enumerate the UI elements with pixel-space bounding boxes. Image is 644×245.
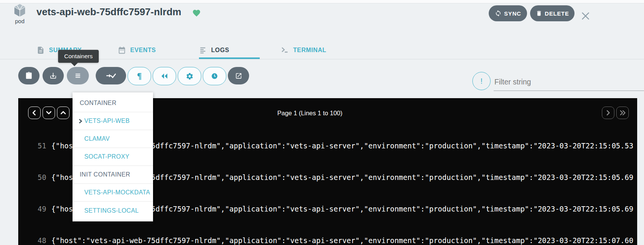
download-icon: [49, 72, 57, 80]
tab-logs[interactable]: LOGS: [199, 41, 264, 59]
pilcrow-icon: ¶: [137, 71, 142, 81]
containers-tooltip: Containers: [58, 50, 99, 63]
resource-kind-label: pod: [13, 18, 27, 24]
next-page-button[interactable]: [602, 107, 614, 119]
gear-icon: [186, 72, 194, 80]
menu-item-vets-api-web[interactable]: VETS-API-WEB: [73, 112, 153, 130]
containers-button[interactable]: [67, 67, 89, 84]
tab-terminal-label: TERMINAL: [293, 47, 326, 54]
rewind-icon: [160, 73, 169, 80]
log-line-number: 48: [18, 237, 51, 245]
heart-health-icon: [192, 9, 201, 17]
chevron-right-icon: [604, 109, 612, 117]
menu-item-clamav[interactable]: CLAMAV: [73, 130, 153, 148]
page-title: vets-api-web-75dffc7597-nlrdm: [36, 6, 181, 18]
menu-item-label: SOCAT-PROXY: [84, 153, 129, 160]
menu-item-label: CLAMAV: [84, 135, 110, 142]
selected-chevron-icon: [77, 118, 83, 124]
follow-logs-button[interactable]: [96, 67, 126, 84]
arrow-check-icon: [105, 72, 117, 80]
exclamation-icon: !: [480, 77, 483, 86]
word-wrap-button[interactable]: ¶: [128, 67, 151, 85]
pod-icon: [13, 3, 27, 17]
refresh-icon: [495, 10, 502, 17]
log-line-number: 50: [18, 173, 51, 181]
filter-string-input[interactable]: [494, 73, 644, 91]
sync-button[interactable]: SYNC: [489, 5, 527, 21]
sync-button-label: SYNC: [504, 10, 521, 17]
clipboard-icon: [25, 72, 33, 80]
log-line-number: 49: [18, 205, 51, 213]
tab-events-label: EVENTS: [130, 47, 156, 54]
init-container-menu-header: INIT CONTAINER: [73, 166, 153, 184]
log-line: 48{"host":"vets-api-web-75dffc7597-nlrdm…: [18, 237, 637, 245]
external-link-icon: [235, 72, 242, 80]
debug-button[interactable]: [178, 67, 201, 85]
log-line-number: 51: [18, 142, 51, 150]
last-page-button[interactable]: [616, 107, 629, 119]
close-icon[interactable]: [580, 11, 591, 21]
log-line-text: {"host":"vets-api-web-75dffc7597-nlrdm",…: [51, 237, 633, 245]
menu-item-settings-local[interactable]: SETTINGS-LOCAL: [73, 202, 153, 220]
tab-events[interactable]: EVENTS: [118, 41, 182, 59]
copy-logs-button[interactable]: [18, 67, 39, 84]
timestamps-button[interactable]: [203, 67, 226, 85]
menu-item-socat-proxy[interactable]: SOCAT-PROXY: [73, 148, 153, 166]
open-external-button[interactable]: [228, 67, 249, 84]
container-menu: CONTAINER VETS-API-WEB CLAMAV SOCAT-PROX…: [73, 92, 153, 221]
document-icon: [36, 46, 45, 54]
double-chevron-right-icon: [619, 109, 627, 117]
previous-logs-button[interactable]: [153, 67, 176, 85]
tab-terminal[interactable]: TERMINAL: [280, 41, 345, 59]
hamburger-icon: [74, 72, 82, 80]
menu-item-label: VETS-API-WEB: [84, 118, 129, 124]
menu-item-vets-api-mockdata[interactable]: VETS-API-MOCKDATA: [73, 184, 153, 202]
terminal-icon: [280, 46, 289, 54]
delete-button[interactable]: DELETE: [530, 5, 575, 21]
download-logs-button[interactable]: [43, 67, 64, 84]
window-top-strip: [0, 0, 644, 3]
tab-logs-label: LOGS: [211, 47, 229, 54]
trash-icon: [536, 10, 542, 17]
menu-item-label: SETTINGS-LOCAL: [84, 207, 139, 214]
container-menu-header: CONTAINER: [73, 94, 153, 112]
clock-icon: [211, 72, 218, 80]
log-lines-icon: [199, 46, 207, 54]
calendar-icon: [118, 46, 126, 54]
menu-item-label: VETS-API-MOCKDATA: [84, 189, 150, 196]
delete-button-label: DELETE: [545, 10, 569, 17]
filter-error-button[interactable]: !: [472, 72, 491, 90]
